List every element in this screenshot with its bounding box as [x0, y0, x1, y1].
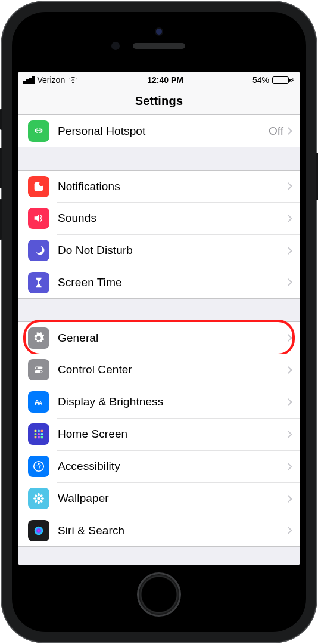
- mute-switch: [0, 109, 2, 130]
- cell-label: Siri & Search: [58, 524, 286, 537]
- chevron-right-icon: [285, 278, 292, 286]
- cell-label: Control Center: [58, 363, 286, 376]
- cell-do-not-disturb[interactable]: Do Not Disturb: [18, 234, 300, 267]
- svg-point-23: [41, 497, 45, 500]
- cell-label: General: [58, 332, 286, 345]
- svg-rect-15: [38, 436, 40, 439]
- svg-point-27: [40, 500, 43, 503]
- cell-display-brightness[interactable]: AA Display & Brightness: [18, 386, 300, 418]
- svg-point-20: [38, 493, 40, 497]
- chevron-right-icon: [285, 398, 292, 406]
- power-button: [316, 153, 318, 200]
- battery-percent-label: 54%: [252, 75, 269, 85]
- svg-point-24: [34, 494, 38, 497]
- svg-point-19: [37, 497, 40, 500]
- chevron-right-icon: [285, 463, 292, 470]
- proximity-sensor-icon: [111, 42, 120, 50]
- volume-up-button: [0, 148, 2, 188]
- cell-label: Screen Time: [58, 276, 286, 289]
- chevron-right-icon: [285, 366, 292, 374]
- phone-inner: Verizon 12:40 PM 54% ⚡︎ Settings: [12, 12, 306, 632]
- svg-rect-9: [38, 430, 40, 432]
- cell-wallpaper[interactable]: Wallpaper: [18, 482, 300, 515]
- cell-personal-hotspot[interactable]: Personal Hotspot Off: [18, 115, 300, 147]
- svg-point-22: [33, 497, 37, 500]
- front-camera-icon: [156, 29, 162, 35]
- svg-point-5: [40, 371, 42, 373]
- chevron-right-icon: [285, 182, 292, 190]
- settings-list[interactable]: Personal Hotspot Off Notifications: [18, 115, 300, 565]
- cell-label: Sounds: [58, 212, 286, 225]
- section-spacer: [18, 147, 300, 170]
- svg-rect-10: [41, 430, 43, 432]
- text-size-icon: AA: [28, 391, 49, 413]
- sounds-icon: [28, 208, 49, 229]
- chevron-right-icon: [285, 127, 292, 135]
- gear-icon: [28, 327, 49, 349]
- earpiece-icon: [133, 43, 185, 49]
- cell-label: Display & Brightness: [58, 395, 286, 408]
- wifi-icon: [68, 76, 78, 84]
- cell-sounds[interactable]: Sounds: [18, 202, 300, 234]
- svg-point-25: [40, 494, 43, 497]
- svg-text:A: A: [39, 401, 42, 406]
- svg-point-28: [35, 526, 43, 535]
- cell-accessibility[interactable]: Accessibility: [18, 450, 300, 482]
- screen: Verizon 12:40 PM 54% ⚡︎ Settings: [18, 72, 300, 565]
- svg-point-26: [34, 500, 38, 503]
- signal-bars-icon: [23, 76, 35, 84]
- phone-frame: Verizon 12:40 PM 54% ⚡︎ Settings: [1, 1, 317, 643]
- svg-rect-13: [41, 433, 43, 435]
- cell-screen-time[interactable]: Screen Time: [18, 267, 300, 299]
- siri-icon: [28, 520, 49, 541]
- volume-down-button: [0, 199, 2, 240]
- chevron-right-icon: [285, 431, 292, 438]
- cell-siri-search[interactable]: Siri & Search: [18, 515, 300, 547]
- wallpaper-icon: [28, 488, 49, 509]
- app-grid-icon: [28, 423, 49, 445]
- cell-value: Off: [269, 125, 283, 138]
- svg-rect-14: [35, 436, 37, 439]
- cell-general[interactable]: General: [18, 321, 300, 354]
- chevron-right-icon: [285, 334, 292, 342]
- cell-label: Notifications: [58, 180, 286, 193]
- switches-icon: [28, 359, 49, 380]
- nav-bar: Settings: [18, 88, 300, 115]
- hourglass-icon: [28, 272, 49, 293]
- cell-label: Do Not Disturb: [58, 244, 286, 257]
- battery-icon: [272, 76, 289, 84]
- chevron-right-icon: [285, 215, 292, 222]
- cell-label: Home Screen: [58, 428, 286, 441]
- page-title: Settings: [18, 94, 300, 108]
- moon-icon: [28, 240, 49, 261]
- home-button[interactable]: [137, 572, 181, 617]
- cell-control-center[interactable]: Control Center: [18, 354, 300, 386]
- chevron-right-icon: [285, 247, 292, 255]
- chevron-right-icon: [285, 495, 292, 503]
- cell-home-screen[interactable]: Home Screen: [18, 418, 300, 450]
- svg-point-21: [38, 501, 40, 504]
- cell-label: Personal Hotspot: [58, 125, 269, 138]
- clock-label: 12:40 PM: [147, 75, 183, 85]
- svg-rect-12: [38, 433, 40, 435]
- cell-label: Accessibility: [58, 460, 286, 473]
- cell-label: Wallpaper: [58, 492, 286, 505]
- chevron-right-icon: [285, 527, 292, 534]
- section-spacer: [18, 299, 300, 321]
- accessibility-icon: [28, 456, 49, 477]
- svg-point-18: [38, 463, 39, 465]
- notifications-icon: [28, 176, 49, 197]
- personal-hotspot-icon: [28, 120, 49, 142]
- cell-notifications[interactable]: Notifications: [18, 170, 300, 202]
- svg-rect-8: [35, 430, 37, 432]
- svg-point-1: [39, 181, 43, 185]
- charging-bolt-icon: ⚡︎: [290, 77, 295, 83]
- svg-rect-16: [41, 436, 43, 439]
- svg-rect-11: [35, 433, 37, 435]
- svg-point-3: [36, 367, 38, 369]
- status-bar: Verizon 12:40 PM 54% ⚡︎: [18, 72, 300, 88]
- carrier-label: Verizon: [38, 75, 66, 85]
